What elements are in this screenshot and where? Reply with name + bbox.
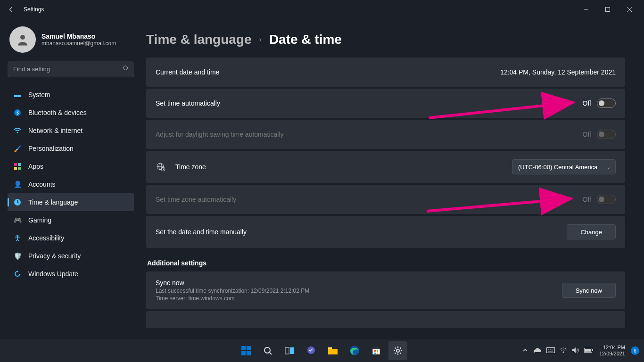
row-current-datetime: Current date and time 12:04 PM, Sunday, …	[146, 58, 625, 87]
system-icon: ▬	[13, 90, 22, 99]
nav-windows-update[interactable]: Windows Update	[8, 265, 134, 283]
titlebar: Settings	[0, 0, 644, 19]
tray-volume-icon[interactable]	[572, 347, 579, 355]
gaming-icon: 🎮	[13, 216, 22, 224]
main-content: Time & language › Date & time Current da…	[141, 19, 644, 339]
toggle-set-tz-auto	[597, 195, 616, 204]
svg-point-5	[124, 66, 128, 70]
svg-rect-12	[18, 167, 21, 170]
taskbar-edge[interactable]	[345, 341, 364, 360]
maximize-button[interactable]	[597, 2, 619, 17]
svg-rect-50	[585, 349, 591, 352]
nav-bluetooth[interactable]: Bluetooth & devices	[8, 104, 134, 122]
section-additional-title: Additional settings	[147, 259, 625, 267]
person-icon: 👤	[13, 180, 22, 189]
nav-list: ▬System Bluetooth & devices Network & in…	[8, 86, 134, 283]
globe-icon	[156, 162, 166, 172]
apps-icon	[13, 162, 22, 171]
taskbar-settings[interactable]	[388, 341, 407, 360]
chevron-right-icon: ›	[259, 35, 262, 44]
taskbar-taskview[interactable]	[280, 341, 299, 360]
page-title: Date & time	[269, 32, 342, 47]
taskbar-explorer[interactable]	[323, 341, 342, 360]
svg-rect-9	[14, 163, 17, 166]
row-sync-now: Sync now Last successful time synchroniz…	[146, 272, 625, 309]
nav-apps[interactable]: Apps	[8, 157, 134, 175]
svg-rect-39	[374, 353, 376, 354]
nav-network[interactable]: Network & internet	[8, 122, 134, 140]
row-set-manual: Set the date and time manually Change	[146, 216, 625, 248]
svg-rect-42	[546, 347, 554, 353]
svg-rect-11	[14, 167, 17, 170]
row-additional-next	[146, 311, 625, 328]
svg-rect-37	[374, 350, 376, 352]
start-button[interactable]	[237, 341, 256, 360]
svg-point-16	[17, 235, 18, 237]
row-set-time-auto: Set time automatically Off	[146, 89, 625, 118]
accessibility-icon	[13, 234, 22, 242]
tray-battery-icon[interactable]	[584, 347, 594, 354]
bluetooth-icon	[13, 108, 22, 117]
nav-gaming[interactable]: 🎮Gaming	[8, 211, 134, 229]
toggle-state-label: Off	[583, 99, 591, 107]
svg-rect-1	[606, 8, 610, 12]
svg-line-30	[270, 353, 272, 354]
tray-wifi-icon[interactable]	[560, 347, 567, 354]
breadcrumb: Time & language › Date & time	[146, 32, 625, 47]
back-button[interactable]	[4, 2, 19, 17]
breadcrumb-parent[interactable]: Time & language	[146, 32, 252, 47]
minimize-button[interactable]	[575, 2, 597, 17]
svg-rect-10	[18, 163, 21, 166]
close-button[interactable]	[619, 2, 640, 17]
search-box[interactable]	[8, 61, 134, 77]
svg-point-4	[20, 35, 25, 40]
svg-rect-49	[592, 349, 593, 351]
svg-rect-27	[241, 351, 246, 355]
nav-personalization[interactable]: 🖌️Personalization	[8, 140, 134, 157]
sidebar: Samuel Mbanaso mbanaso.samuel@gmail.com …	[0, 19, 141, 339]
tray-onedrive-icon[interactable]	[533, 347, 542, 354]
taskbar-store[interactable]	[367, 341, 386, 360]
timezone-dropdown[interactable]: (UTC-06:00) Central America ⌄	[512, 159, 616, 174]
taskbar-chat[interactable]	[302, 341, 321, 360]
toggle-dst	[597, 130, 616, 139]
row-set-tz-auto: Set time zone automatically Off	[146, 185, 625, 214]
tray-keyboard-icon[interactable]	[546, 347, 555, 354]
window-title: Settings	[24, 6, 44, 13]
nav-system[interactable]: ▬System	[8, 86, 134, 104]
tray-overflow[interactable]	[523, 347, 528, 354]
current-datetime-value: 12:04 PM, Sunday, 12 September 2021	[500, 68, 616, 76]
notifications-badge[interactable]: 6	[631, 346, 639, 355]
toggle-state-label: Off	[583, 196, 591, 203]
nav-privacy[interactable]: 🛡️Privacy & security	[8, 247, 134, 265]
svg-rect-28	[247, 351, 251, 355]
svg-line-6	[127, 70, 129, 72]
row-dst: Adjust for daylight saving time automati…	[146, 120, 625, 149]
svg-rect-34	[328, 347, 332, 349]
svg-point-8	[17, 132, 18, 133]
sync-now-button[interactable]: Sync now	[562, 283, 616, 298]
nav-accounts[interactable]: 👤Accounts	[8, 175, 134, 193]
nav-accessibility[interactable]: Accessibility	[8, 229, 134, 247]
update-icon	[13, 270, 22, 278]
tray-clock[interactable]: 12:04 PM 12/09/2021	[599, 345, 625, 357]
change-button[interactable]: Change	[567, 224, 616, 239]
search-input[interactable]	[8, 61, 134, 77]
profile[interactable]: Samuel Mbanaso mbanaso.samuel@gmail.com	[9, 26, 134, 53]
search-icon	[123, 65, 129, 74]
svg-rect-26	[247, 346, 251, 350]
chevron-down-icon: ⌄	[607, 165, 611, 170]
system-tray: 12:04 PM 12/09/2021 6	[523, 345, 644, 357]
nav-time-language[interactable]: Time & language	[8, 193, 134, 211]
row-timezone: Time zone (UTC-06:00) Central America ⌄	[146, 151, 625, 183]
svg-rect-25	[241, 346, 246, 350]
profile-email: mbanaso.samuel@gmail.com	[41, 40, 116, 47]
svg-point-41	[396, 349, 399, 352]
toggle-set-time-auto[interactable]	[597, 99, 616, 108]
wifi-icon	[13, 126, 22, 135]
taskbar-search[interactable]	[258, 341, 277, 360]
toggle-state-label: Off	[583, 131, 591, 138]
clock-icon	[13, 198, 22, 206]
shield-icon: 🛡️	[13, 252, 22, 260]
svg-rect-31	[285, 347, 289, 354]
